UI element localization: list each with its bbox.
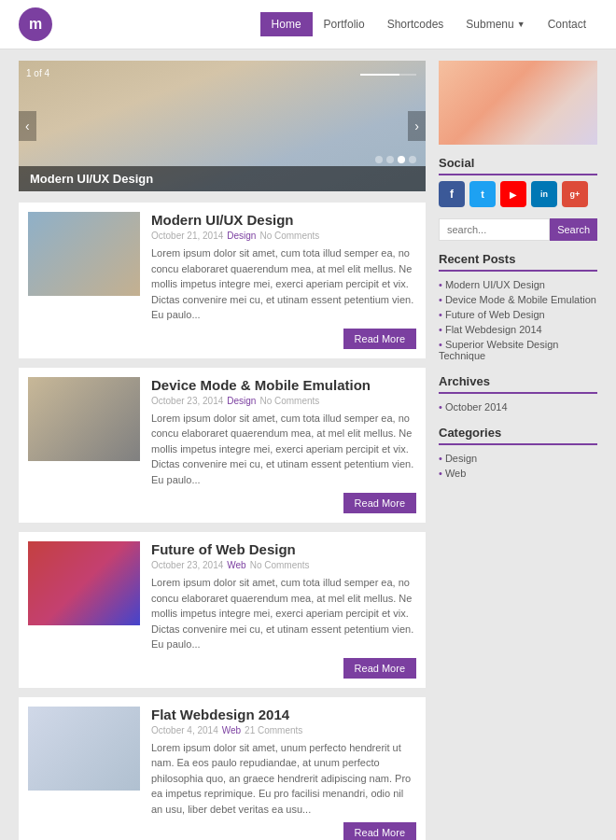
- facebook-icon[interactable]: f: [439, 181, 465, 207]
- read-more-button[interactable]: Read More: [343, 493, 416, 513]
- archives-title: Archives: [439, 374, 597, 394]
- social-section-title: Social: [439, 156, 597, 175]
- archives-section: Archives • October 2014: [439, 374, 597, 414]
- slider-dot[interactable]: [386, 156, 394, 163]
- post-meta: October 21, 2014 Design No Comments: [151, 231, 416, 241]
- search-button[interactable]: Search: [550, 218, 597, 241]
- post-date: October 21, 2014: [151, 231, 223, 241]
- post-title: Future of Web Design: [151, 541, 416, 557]
- nav-contact[interactable]: Contact: [537, 12, 597, 36]
- social-section: Social f t ▶ in g+: [439, 156, 597, 207]
- recent-posts-title: Recent Posts: [439, 252, 597, 272]
- twitter-icon[interactable]: t: [469, 181, 496, 207]
- list-item[interactable]: • Design: [439, 451, 597, 466]
- post-comments: No Comments: [250, 560, 310, 570]
- slider-counter: 1 of 4: [26, 68, 49, 78]
- post-comments: No Comments: [259, 396, 319, 406]
- post-date: October 23, 2014: [151, 560, 223, 570]
- nav-home[interactable]: Home: [260, 12, 313, 36]
- nav-submenu[interactable]: Submenu▼: [455, 12, 536, 36]
- post-card: Modern UI/UX Design October 21, 2014 Des…: [19, 203, 426, 358]
- post-meta: October 4, 2014 Web 21 Comments: [151, 725, 416, 735]
- post-card: Future of Web Design October 23, 2014 We…: [19, 532, 426, 688]
- post-thumbnail: [28, 377, 140, 461]
- recent-posts-list: • Modern UI/UX Design • Device Mode & Mo…: [439, 277, 597, 363]
- list-item[interactable]: • Modern UI/UX Design: [439, 277, 597, 292]
- nav-shortcodes[interactable]: Shortcodes: [376, 12, 455, 36]
- linkedin-icon[interactable]: in: [531, 181, 557, 207]
- slider-dot[interactable]: [375, 156, 383, 163]
- post-comments: No Comments: [259, 231, 319, 241]
- youtube-icon[interactable]: ▶: [500, 181, 526, 207]
- post-thumbnail: [28, 541, 140, 625]
- post-date: October 23, 2014: [151, 396, 223, 406]
- list-item[interactable]: • Superior Website Design Technique: [439, 337, 597, 363]
- sidebar-featured-image: [439, 61, 597, 145]
- post-card: Device Mode & Mobile Emulation October 2…: [19, 368, 426, 524]
- post-card: Flat Webdesign 2014 October 4, 2014 Web …: [19, 697, 426, 841]
- post-body: Future of Web Design October 23, 2014 We…: [151, 541, 416, 679]
- post-excerpt: Lorem ipsum dolor sit amet, cum tota ill…: [151, 411, 416, 488]
- slider-prev-button[interactable]: ‹: [19, 111, 36, 141]
- search-input[interactable]: [439, 218, 550, 241]
- main-wrap: 1 of 4 ‹ › Modern UI/UX Design Modern UI…: [0, 49, 616, 840]
- slider-dot[interactable]: [409, 156, 416, 163]
- list-item[interactable]: • Web: [439, 466, 597, 481]
- social-icons-row: f t ▶ in g+: [439, 181, 597, 207]
- read-more-button[interactable]: Read More: [343, 329, 416, 349]
- post-excerpt: Lorem ipsum dolor sit amet, unum perfect…: [151, 740, 416, 818]
- post-excerpt: Lorem ipsum dolor sit amet, cum tota ill…: [151, 575, 416, 652]
- post-excerpt: Lorem ipsum dolor sit amet, cum tota ill…: [151, 245, 416, 323]
- post-meta: October 23, 2014 Web No Comments: [151, 560, 416, 570]
- slider-progress: [360, 74, 416, 76]
- post-body: Device Mode & Mobile Emulation October 2…: [151, 377, 416, 514]
- post-title: Device Mode & Mobile Emulation: [151, 377, 416, 393]
- logo[interactable]: m: [19, 7, 52, 41]
- navigation: Home Portfolio Shortcodes Submenu▼ Conta…: [260, 12, 597, 36]
- post-body: Modern UI/UX Design October 21, 2014 Des…: [151, 212, 416, 349]
- list-item[interactable]: • Future of Web Design: [439, 307, 597, 322]
- left-column: 1 of 4 ‹ › Modern UI/UX Design Modern UI…: [19, 61, 426, 840]
- categories-title: Categories: [439, 426, 597, 445]
- recent-posts-section: Recent Posts • Modern UI/UX Design • Dev…: [439, 252, 597, 363]
- read-more-button[interactable]: Read More: [343, 822, 416, 840]
- nav-portfolio[interactable]: Portfolio: [313, 12, 376, 36]
- right-column: Social f t ▶ in g+ Search Recent Posts •…: [439, 61, 597, 840]
- post-body: Flat Webdesign 2014 October 4, 2014 Web …: [151, 707, 416, 841]
- header: m Home Portfolio Shortcodes Submenu▼ Con…: [0, 0, 616, 49]
- post-title: Modern UI/UX Design: [151, 212, 416, 228]
- post-comments: 21 Comments: [245, 725, 302, 735]
- post-title: Flat Webdesign 2014: [151, 707, 416, 722]
- slider-next-button[interactable]: ›: [408, 111, 426, 141]
- post-meta: October 23, 2014 Design No Comments: [151, 396, 416, 406]
- post-date: October 4, 2014: [151, 725, 218, 735]
- slider-dots: [375, 156, 416, 163]
- post-thumbnail: [28, 212, 140, 296]
- list-item[interactable]: • Flat Webdesign 2014: [439, 322, 597, 337]
- list-item[interactable]: • October 2014: [439, 399, 597, 414]
- archives-list: • October 2014: [439, 399, 597, 414]
- read-more-button[interactable]: Read More: [343, 658, 416, 679]
- slider: 1 of 4 ‹ › Modern UI/UX Design: [19, 61, 426, 191]
- slider-caption: Modern UI/UX Design: [19, 166, 426, 191]
- post-thumbnail: [28, 707, 140, 791]
- googleplus-icon[interactable]: g+: [562, 181, 588, 207]
- slider-dot-active[interactable]: [398, 156, 405, 163]
- categories-list: • Design • Web: [439, 451, 597, 481]
- categories-section: Categories • Design • Web: [439, 426, 597, 481]
- list-item[interactable]: • Device Mode & Mobile Emulation: [439, 292, 597, 307]
- search-box: Search: [439, 218, 597, 241]
